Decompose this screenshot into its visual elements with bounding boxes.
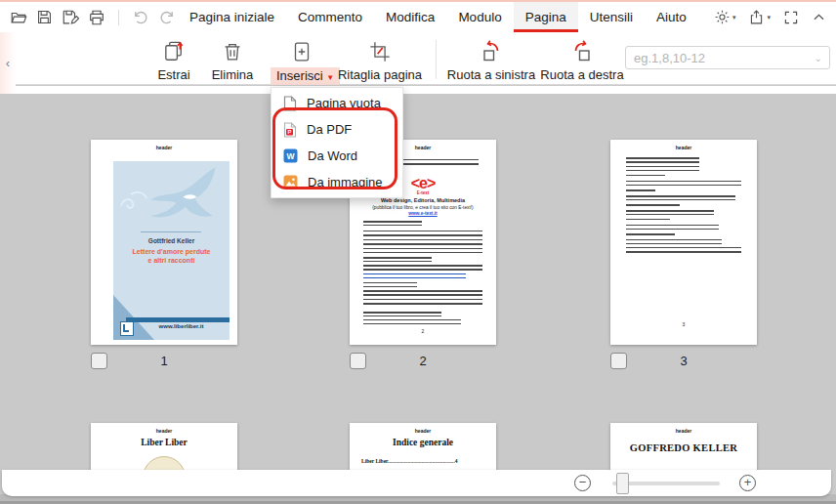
window-top-accent — [0, 0, 836, 2]
rotate-left-label: Ruota a sinistra — [444, 67, 538, 82]
text-lines — [363, 282, 417, 287]
word-file-icon: W — [283, 148, 298, 163]
menu-modulo[interactable]: Modulo — [446, 2, 513, 32]
dove-illustration — [136, 163, 230, 239]
svg-text:W: W — [286, 151, 295, 161]
extract-button[interactable]: Estrai — [144, 37, 204, 82]
page-header-text: header — [610, 145, 757, 150]
menu-modifica[interactable]: Modifica — [374, 2, 446, 32]
share-icon[interactable]: ▾ — [748, 9, 771, 25]
delete-label: Elimina — [202, 67, 263, 82]
redo-icon[interactable] — [158, 9, 176, 26]
insert-button[interactable]: Inserisci ▼ — [271, 37, 333, 85]
text-lines — [626, 233, 675, 237]
toolbar-subband — [0, 86, 836, 94]
page-footer-number: 2 — [350, 328, 496, 334]
text-lines — [626, 195, 735, 200]
collapse-toolbar-icon[interactable] — [812, 10, 826, 24]
menu-item-pagina-vuota[interactable]: Pagina vuota — [272, 90, 402, 116]
thumbnail-page-3[interactable]: header 3 — [610, 140, 757, 345]
chevron-down-icon: ▾ — [732, 14, 736, 21]
zoom-in-button[interactable]: + — [739, 475, 756, 491]
menu-item-da-word[interactable]: W Da Word — [272, 143, 402, 169]
page-header-text: header — [91, 145, 237, 150]
collapse-panel-chevron[interactable]: ‹ — [0, 32, 16, 94]
chevron-down-icon[interactable]: ⌄ — [815, 53, 829, 63]
etext-link: www.e-text.it — [350, 211, 496, 216]
menu-item-da-pdf[interactable]: P Da PDF — [272, 116, 402, 143]
crop-page-label: Ritaglia pagina — [334, 67, 426, 82]
text-lines — [626, 219, 670, 223]
fullscreen-icon[interactable] — [783, 10, 799, 25]
text-lines — [626, 225, 719, 230]
liberliber-logo — [120, 321, 134, 336]
page-4-title: Liber Liber — [91, 438, 237, 447]
rotate-right-button[interactable]: Ruota a destra — [538, 37, 626, 82]
page-header-text: header — [350, 428, 496, 434]
link-text-line — [363, 273, 466, 278]
menu-commento[interactable]: Commento — [286, 2, 374, 32]
rotate-left-icon — [444, 37, 538, 66]
menu-utensili[interactable]: Utensili — [578, 2, 645, 32]
crop-page-button[interactable]: Ritaglia pagina — [334, 37, 426, 82]
page-range-field[interactable]: ⌄ — [625, 46, 830, 69]
menu-aiuto[interactable]: Aiuto — [645, 2, 698, 32]
page-header-text: header — [610, 428, 757, 434]
undo-icon[interactable] — [132, 9, 149, 26]
etext-tagline-2: (pubblica il tuo libro, e crea il tuo si… — [350, 205, 496, 210]
menubar-right-icons: ▾ ▾ — [714, 2, 826, 32]
text-lines — [363, 319, 461, 324]
image-file-icon — [283, 175, 298, 189]
save-as-icon[interactable] — [62, 9, 79, 26]
menu-pagina[interactable]: Pagina — [514, 2, 578, 32]
cover-blue-bar — [126, 317, 230, 322]
rotate-left-button[interactable]: Ruota a sinistra — [444, 37, 538, 82]
page-1-number: 1 — [91, 354, 237, 368]
zoom-out-button[interactable]: − — [574, 475, 591, 491]
print-icon[interactable] — [88, 9, 105, 26]
text-lines — [626, 189, 655, 193]
thumbnail-page-1[interactable]: header Gottfried Keller Lettere d'amore … — [91, 140, 237, 345]
save-icon[interactable] — [36, 9, 53, 25]
cover-website: www.liberliber.it — [133, 323, 230, 329]
text-lines — [626, 239, 722, 244]
page-toolbar: Estrai Elimina Inserisci ▼ Ritaglia pagi… — [0, 32, 836, 85]
cover-author: Gottfried Keller — [113, 237, 230, 244]
text-lines — [626, 157, 699, 171]
text-lines — [363, 265, 482, 273]
book-cover: Gottfried Keller Lettere d'amore perdute… — [113, 161, 230, 340]
zoom-bar: − + — [2, 470, 831, 496]
text-lines — [363, 312, 441, 316]
quick-access-toolbar — [0, 2, 176, 32]
page-header-text: header — [91, 428, 237, 434]
toolbar-divider — [436, 40, 437, 79]
text-lines — [363, 231, 482, 253]
page-3-number: 3 — [610, 354, 757, 368]
insert-label: Inserisci ▼ — [271, 67, 340, 85]
page-range-input[interactable] — [626, 51, 815, 65]
text-lines — [626, 247, 741, 256]
cover-title: Lettere d'amore perdutee altri racconti — [113, 247, 230, 266]
text-lines — [626, 210, 714, 215]
blank-page-icon — [283, 96, 297, 111]
rotate-right-icon — [538, 37, 626, 66]
chevron-down-icon: ▾ — [767, 14, 771, 21]
insert-dropdown-menu: Pagina vuota P Da PDF W Da Word Da immag… — [271, 87, 403, 198]
open-folder-icon[interactable] — [10, 9, 27, 26]
toc-entry: Liber Liber.............................… — [361, 458, 484, 464]
extract-label: Estrai — [144, 67, 204, 82]
zoom-slider-handle[interactable] — [616, 473, 629, 494]
text-lines — [363, 257, 432, 262]
extract-icon — [144, 37, 204, 66]
menubar-divider — [118, 10, 119, 25]
theme-brightness-icon[interactable]: ▾ — [714, 9, 736, 25]
menu-item-da-immagine[interactable]: Da immagine — [272, 169, 402, 195]
main-menu: Pagina iniziale Commento Modifica Modulo… — [178, 2, 698, 32]
text-lines — [363, 221, 422, 226]
cover-divider-line — [141, 231, 201, 232]
delete-button[interactable]: Elimina — [202, 37, 263, 82]
text-lines — [363, 290, 482, 308]
page-5-title: Indice generale — [350, 438, 496, 447]
menu-pagina-iniziale[interactable]: Pagina iniziale — [178, 2, 286, 32]
page-6-title: GOFFREDO KELLER — [610, 442, 757, 453]
